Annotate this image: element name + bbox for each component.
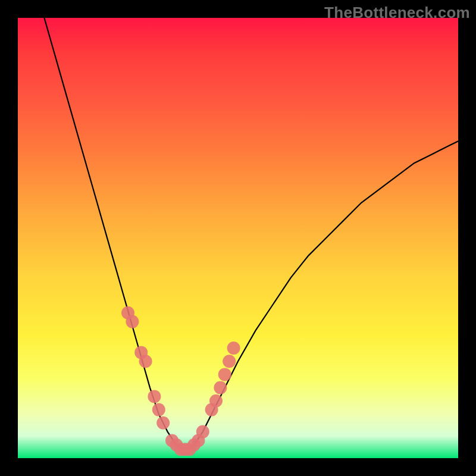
marker-dot bbox=[223, 355, 236, 368]
marker-dot bbox=[218, 368, 231, 381]
watermark-text: TheBottleneck.com bbox=[324, 4, 470, 22]
marker-group bbox=[121, 306, 240, 456]
chart-frame: TheBottleneck.com bbox=[0, 0, 476, 476]
marker-dot bbox=[139, 355, 152, 368]
marker-dot bbox=[196, 425, 209, 439]
bottleneck-curve bbox=[44, 18, 458, 449]
marker-dot bbox=[148, 390, 161, 403]
marker-dot bbox=[126, 315, 139, 328]
marker-dot bbox=[227, 342, 240, 355]
marker-dot bbox=[152, 403, 165, 416]
plot-area bbox=[18, 18, 458, 458]
curve-layer bbox=[18, 18, 458, 458]
marker-dot bbox=[209, 394, 223, 408]
marker-dot bbox=[156, 416, 170, 430]
marker-dot bbox=[214, 381, 227, 394]
